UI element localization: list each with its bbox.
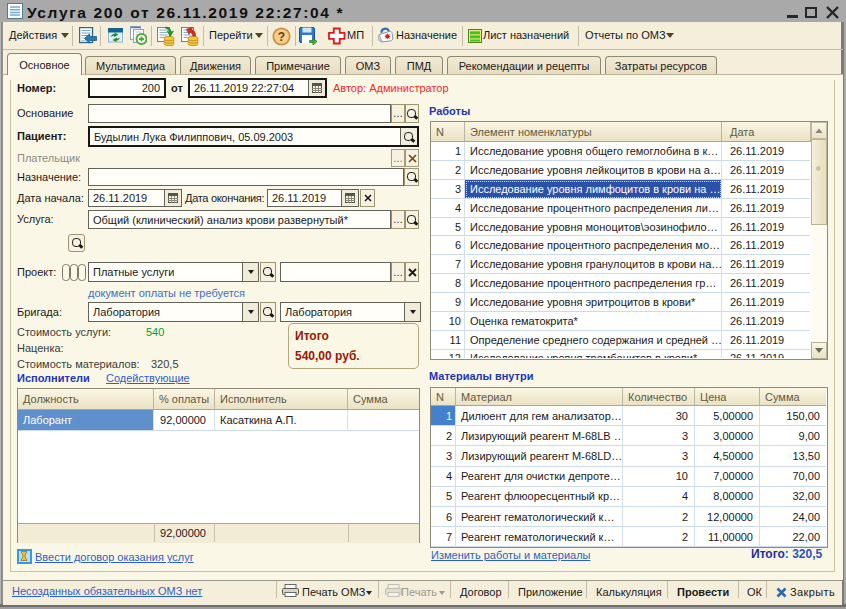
svg-text:?: ? [278,30,285,44]
